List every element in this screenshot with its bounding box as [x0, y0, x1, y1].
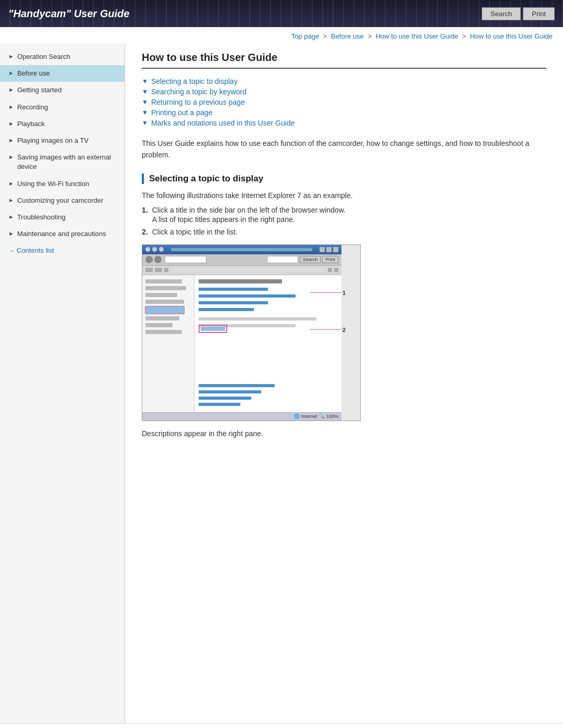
header-buttons: Search Print: [482, 7, 555, 20]
sc-link-1: [199, 288, 268, 291]
sidebar-arrow-getting-started: ►: [8, 87, 14, 93]
sc-dot-3: [159, 247, 164, 252]
sc-link-3: [199, 301, 268, 304]
sc-toolbar: Search Print: [142, 254, 341, 266]
sidebar-item-operation-search[interactable]: ► Operation Search: [0, 48, 125, 65]
sc-nav-5: [334, 268, 338, 272]
breadcrumb-how-to-use-1[interactable]: How to use this User Guide: [376, 32, 458, 40]
sc-print-btn: Print: [322, 256, 338, 263]
sidebar-arrow-playback: ►: [8, 120, 14, 127]
toc-link-4[interactable]: Printing out a page: [151, 108, 213, 117]
sidebar: ► Operation Search ► Before use ► Gettin…: [0, 43, 125, 723]
sc-text-1: [199, 317, 316, 320]
sc-dot-1: [145, 247, 150, 252]
sc-body: 1 2: [142, 275, 341, 412]
sidebar-item-playing-images[interactable]: ► Playing images on a TV: [0, 132, 125, 149]
sidebar-label-before-use: Before use: [17, 69, 118, 78]
page-header: "Handycam" User Guide Search Print: [0, 0, 563, 27]
callout-1: 1: [310, 290, 346, 296]
sidebar-item-wifi[interactable]: ► Using the Wi-Fi function: [0, 176, 125, 192]
sidebar-item-before-use[interactable]: ► Before use: [0, 65, 125, 82]
sc-sbar-2: [145, 286, 186, 290]
sidebar-item-maintenance[interactable]: ► Maintenance and precautions: [0, 226, 125, 242]
search-button[interactable]: Search: [482, 7, 521, 20]
toc-item-3: ▼ Returning to a previous page: [142, 98, 546, 106]
toc-list: ▼ Selecting a topic to display ▼ Searchi…: [142, 77, 546, 127]
sc-search-input: [267, 256, 298, 263]
section1-desc: The following illustrations take Interne…: [142, 191, 546, 200]
sc-main-pane: 1 2: [194, 275, 341, 412]
sc-link-7: [199, 397, 251, 400]
breadcrumb-before-use[interactable]: Before use: [331, 32, 364, 40]
sidebar-label-wifi: Using the Wi-Fi function: [17, 179, 118, 189]
sc-sbar-4: [145, 300, 184, 304]
step-1-content: Click a title in the side bar on the lef…: [152, 206, 546, 224]
sc-sbar-1: [145, 279, 182, 283]
toc-link-3[interactable]: Returning to a previous page: [151, 98, 245, 106]
toc-link-1[interactable]: Selecting a topic to display: [151, 77, 238, 85]
intro-text: This User Guide explains how to use each…: [142, 138, 546, 161]
sc-sbar-7: [145, 323, 173, 327]
toc-arrow-1: ▼: [142, 78, 148, 85]
sc-link-4: [199, 308, 254, 311]
sidebar-arrow-playing-images: ►: [8, 137, 14, 143]
sc-zoom-label: 🔍 100%: [319, 414, 338, 419]
sidebar-label-saving-images: Saving images with an external device: [17, 153, 118, 171]
sidebar-item-customizing[interactable]: ► Customizing your camcorder: [0, 192, 125, 209]
section1-heading: Selecting a topic to display: [142, 174, 546, 184]
sc-link-6: [199, 390, 261, 393]
breadcrumb-sep-1: >: [323, 32, 329, 40]
breadcrumb-how-to-use-2[interactable]: How to use this User Guide: [470, 32, 553, 40]
step-2: 2. Click a topic title in the list.: [142, 228, 546, 236]
contents-list-link[interactable]: → Contents list: [0, 242, 125, 258]
sc-main-heading: [199, 279, 282, 283]
toc-arrow-2: ▼: [142, 88, 148, 95]
toc-arrow-4: ▼: [142, 109, 148, 116]
sidebar-arrow-wifi: ►: [8, 180, 14, 187]
sidebar-label-troubleshooting: Troubleshooting: [17, 213, 118, 222]
callout-1-label: 1: [342, 290, 346, 296]
contents-list-label: Contents list: [17, 246, 54, 254]
breadcrumb-top[interactable]: Top page: [291, 32, 320, 40]
sidebar-item-getting-started[interactable]: ► Getting started: [0, 82, 125, 98]
breadcrumb: Top page > Before use > How to use this …: [0, 27, 563, 43]
sidebar-arrow-recording: ►: [8, 104, 14, 110]
sidebar-item-playback[interactable]: ► Playback: [0, 116, 125, 132]
print-button[interactable]: Print: [523, 7, 555, 20]
sc-url-bar: [165, 256, 206, 263]
sc-sbar-8: [145, 330, 182, 334]
sidebar-label-playing-images: Playing images on a TV: [17, 136, 118, 145]
sc-nav-1: [145, 268, 153, 272]
sc-sbar-5-highlight: [145, 306, 184, 314]
toc-item-5: ▼ Marks and notations used in this User …: [142, 119, 546, 127]
page-title: How to use this User Guide: [142, 52, 546, 69]
step-1-num: 1.: [142, 206, 148, 214]
sidebar-arrow-before-use: ►: [8, 70, 14, 76]
sc-sidebar-pane: [142, 275, 194, 412]
sc-link-2: [199, 294, 296, 298]
step-1-sub: A list of topic titles appears in the ri…: [152, 215, 546, 224]
breadcrumb-sep-2: >: [368, 32, 373, 40]
sidebar-arrow-saving-images: ►: [8, 154, 14, 160]
sc-sbar-6: [145, 316, 179, 320]
sidebar-item-troubleshooting[interactable]: ► Troubleshooting: [0, 209, 125, 226]
sidebar-arrow-troubleshooting: ►: [8, 214, 14, 220]
sc-highlight-2: [199, 325, 227, 333]
sidebar-label-getting-started: Getting started: [17, 85, 118, 95]
toc-arrow-3: ▼: [142, 98, 148, 106]
toc-link-2[interactable]: Searching a topic by keyword: [151, 88, 247, 96]
toc-item-1: ▼ Selecting a topic to display: [142, 77, 546, 85]
sidebar-item-recording[interactable]: ► Recording: [0, 99, 125, 116]
app-title: "Handycam" User Guide: [8, 8, 129, 20]
toc-item-2: ▼ Searching a topic by keyword: [142, 88, 546, 96]
sidebar-arrow-maintenance: ►: [8, 230, 14, 237]
sidebar-item-saving-images[interactable]: ► Saving images with an external device: [0, 149, 125, 175]
sidebar-label-recording: Recording: [17, 103, 118, 112]
toc-link-5[interactable]: Marks and notations used in this User Gu…: [151, 119, 295, 127]
toc-arrow-5: ▼: [142, 119, 148, 127]
main-layout: ► Operation Search ► Before use ► Gettin…: [0, 43, 563, 723]
step-2-content: Click a topic title in the list.: [152, 228, 546, 236]
screenshot: Search Print: [142, 244, 361, 421]
sc-navbar: [142, 266, 341, 275]
sc-dot-2: [152, 247, 157, 252]
